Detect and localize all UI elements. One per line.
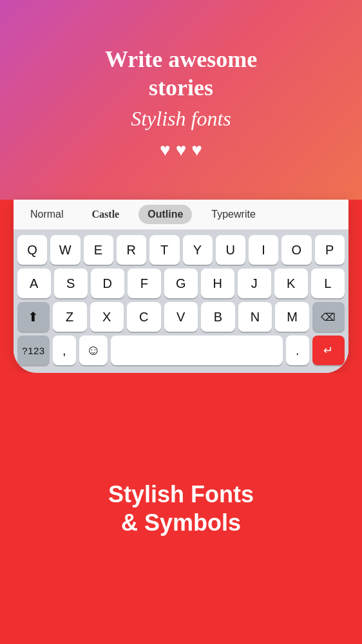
stylish-label: Stylish fonts bbox=[131, 107, 231, 131]
key-row-4: ?123 , ☺ . ↵ bbox=[17, 336, 345, 365]
key-k[interactable]: K bbox=[274, 269, 308, 298]
key-num[interactable]: ?123 bbox=[17, 336, 50, 365]
key-d[interactable]: D bbox=[91, 269, 124, 298]
key-u[interactable]: U bbox=[216, 235, 245, 265]
key-f[interactable]: F bbox=[128, 269, 161, 298]
key-s[interactable]: S bbox=[54, 269, 88, 298]
heart-3: ♥ bbox=[191, 140, 202, 160]
key-n[interactable]: N bbox=[238, 302, 272, 332]
key-b[interactable]: B bbox=[201, 302, 235, 332]
key-q[interactable]: Q bbox=[17, 235, 47, 265]
headline: Write awesome stories bbox=[105, 46, 257, 101]
phone-wrapper: Write awesome stories Stylish fonts ♥ ♥ … bbox=[0, 0, 362, 373]
key-y[interactable]: Y bbox=[183, 235, 213, 265]
bottom-title: Stylish Fonts & Symbols bbox=[108, 480, 254, 536]
key-emoji[interactable]: ☺ bbox=[79, 336, 108, 365]
key-enter[interactable]: ↵ bbox=[312, 336, 345, 365]
headline-line2: stories bbox=[149, 75, 213, 100]
bottom-title-line1: Stylish Fonts bbox=[108, 481, 254, 507]
key-t[interactable]: T bbox=[149, 235, 179, 265]
key-m[interactable]: M bbox=[275, 302, 309, 332]
font-typewrite[interactable]: Typewrite bbox=[202, 205, 264, 224]
phone-screen: Normal Castle Outline Typewrite Q W E R … bbox=[14, 200, 348, 373]
key-w[interactable]: W bbox=[50, 235, 80, 265]
keyboard: Q W E R T Y U I O P A S D F G H J K bbox=[14, 230, 348, 373]
bottom-section: Stylish Fonts & Symbols bbox=[0, 373, 362, 644]
key-e[interactable]: E bbox=[84, 235, 113, 265]
gradient-area: Write awesome stories Stylish fonts ♥ ♥ … bbox=[0, 0, 362, 200]
key-i[interactable]: I bbox=[249, 235, 278, 265]
key-a[interactable]: A bbox=[17, 269, 51, 298]
key-row-1: Q W E R T Y U I O P bbox=[17, 235, 345, 265]
key-r[interactable]: R bbox=[117, 235, 146, 265]
key-backspace[interactable]: ⌫ bbox=[312, 302, 345, 332]
font-normal[interactable]: Normal bbox=[21, 205, 73, 224]
key-o[interactable]: O bbox=[281, 235, 311, 265]
hearts: ♥ ♥ ♥ bbox=[160, 140, 202, 160]
heart-2: ♥ bbox=[176, 140, 187, 160]
font-castle[interactable]: Castle bbox=[83, 205, 129, 224]
key-shift[interactable]: ⬆ bbox=[17, 302, 50, 332]
heart-1: ♥ bbox=[160, 140, 171, 160]
key-l[interactable]: L bbox=[311, 269, 345, 298]
key-c[interactable]: C bbox=[127, 302, 161, 332]
key-row-2: A S D F G H J K L bbox=[17, 269, 345, 298]
font-selector: Normal Castle Outline Typewrite bbox=[14, 200, 348, 230]
headline-line1: Write awesome bbox=[105, 46, 257, 72]
key-h[interactable]: H bbox=[201, 269, 234, 298]
key-v[interactable]: V bbox=[164, 302, 198, 332]
key-z[interactable]: Z bbox=[53, 302, 87, 332]
bottom-title-line2: & Symbols bbox=[121, 509, 241, 536]
key-row-3: ⬆ Z X C V B N M ⌫ bbox=[17, 302, 345, 332]
key-comma[interactable]: , bbox=[53, 336, 76, 365]
key-p[interactable]: P bbox=[315, 235, 345, 265]
key-x[interactable]: X bbox=[90, 302, 124, 332]
key-g[interactable]: G bbox=[164, 269, 198, 298]
key-j[interactable]: J bbox=[238, 269, 271, 298]
key-period[interactable]: . bbox=[286, 336, 309, 365]
key-space[interactable] bbox=[111, 336, 283, 365]
font-outline[interactable]: Outline bbox=[138, 205, 192, 224]
